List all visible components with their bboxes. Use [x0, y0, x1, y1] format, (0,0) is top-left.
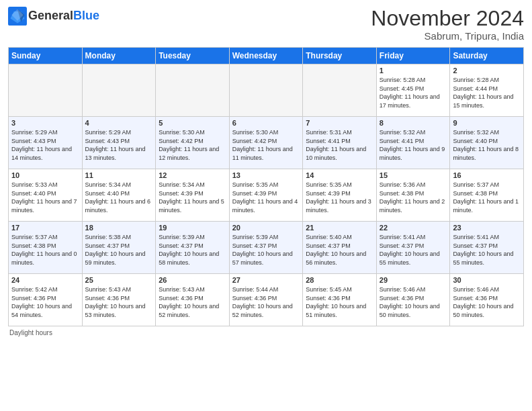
- calendar-cell: 18Sunrise: 5:38 AM Sunset: 4:37 PM Dayli…: [82, 222, 156, 274]
- day-number: 20: [232, 224, 300, 232]
- day-number: 15: [380, 171, 447, 179]
- day-number: 4: [85, 119, 153, 127]
- day-info: Sunrise: 5:37 AM Sunset: 4:38 PM Dayligh…: [453, 181, 521, 214]
- day-number: 12: [159, 171, 226, 179]
- day-number: 3: [11, 119, 79, 127]
- col-monday: Monday: [82, 48, 156, 64]
- calendar-cell: 8Sunrise: 5:32 AM Sunset: 4:41 PM Daylig…: [376, 117, 450, 169]
- day-info: Sunrise: 5:35 AM Sunset: 4:39 PM Dayligh…: [232, 181, 300, 214]
- day-info: Sunrise: 5:41 AM Sunset: 4:37 PM Dayligh…: [453, 233, 521, 267]
- week-row-4: 17Sunrise: 5:37 AM Sunset: 4:38 PM Dayli…: [9, 222, 524, 274]
- calendar-cell: 27Sunrise: 5:44 AM Sunset: 4:36 PM Dayli…: [229, 274, 303, 326]
- day-number: 22: [380, 224, 447, 232]
- day-info: Sunrise: 5:46 AM Sunset: 4:36 PM Dayligh…: [380, 285, 447, 319]
- calendar-cell: 24Sunrise: 5:42 AM Sunset: 4:36 PM Dayli…: [9, 274, 83, 326]
- calendar-cell: 10Sunrise: 5:33 AM Sunset: 4:40 PM Dayli…: [9, 169, 83, 222]
- day-info: Sunrise: 5:39 AM Sunset: 4:37 PM Dayligh…: [232, 233, 300, 267]
- day-info: Sunrise: 5:36 AM Sunset: 4:38 PM Dayligh…: [380, 181, 447, 214]
- calendar-cell: 13Sunrise: 5:35 AM Sunset: 4:39 PM Dayli…: [229, 169, 303, 222]
- calendar-table: SundayMondayTuesdayWednesdayThursdayFrid…: [8, 47, 524, 326]
- month-title: November 2024: [371, 7, 524, 30]
- day-number: 27: [232, 276, 300, 284]
- calendar-cell: 25Sunrise: 5:43 AM Sunset: 4:36 PM Dayli…: [82, 274, 156, 326]
- day-number: 5: [159, 119, 226, 127]
- day-info: Sunrise: 5:37 AM Sunset: 4:38 PM Dayligh…: [11, 233, 79, 267]
- day-number: 7: [306, 119, 373, 127]
- day-number: 6: [232, 119, 300, 127]
- day-info: Sunrise: 5:34 AM Sunset: 4:40 PM Dayligh…: [85, 181, 153, 214]
- day-number: 24: [11, 276, 79, 284]
- logo-text: General Blue: [28, 9, 99, 24]
- day-number: 10: [11, 171, 79, 179]
- calendar-cell: [82, 64, 156, 117]
- calendar-cell: 2Sunrise: 5:28 AM Sunset: 4:44 PM Daylig…: [450, 64, 524, 117]
- header: General Blue November 2024 Sabrum, Tripu…: [8, 7, 524, 42]
- calendar-cell: 3Sunrise: 5:29 AM Sunset: 4:43 PM Daylig…: [9, 117, 83, 169]
- calendar-cell: [9, 64, 83, 117]
- calendar-cell: 30Sunrise: 5:46 AM Sunset: 4:36 PM Dayli…: [450, 274, 524, 326]
- calendar-cell: 29Sunrise: 5:46 AM Sunset: 4:36 PM Dayli…: [376, 274, 450, 326]
- day-info: Sunrise: 5:28 AM Sunset: 4:45 PM Dayligh…: [380, 76, 447, 109]
- calendar-cell: 12Sunrise: 5:34 AM Sunset: 4:39 PM Dayli…: [156, 169, 230, 222]
- calendar-cell: 5Sunrise: 5:30 AM Sunset: 4:42 PM Daylig…: [156, 117, 230, 169]
- calendar-cell: 11Sunrise: 5:34 AM Sunset: 4:40 PM Dayli…: [82, 169, 156, 222]
- calendar-cell: 26Sunrise: 5:43 AM Sunset: 4:36 PM Dayli…: [156, 274, 230, 326]
- calendar-cell: 6Sunrise: 5:30 AM Sunset: 4:42 PM Daylig…: [229, 117, 303, 169]
- calendar-cell: 14Sunrise: 5:35 AM Sunset: 4:39 PM Dayli…: [303, 169, 377, 222]
- day-number: 11: [85, 171, 153, 179]
- day-info: Sunrise: 5:39 AM Sunset: 4:37 PM Dayligh…: [159, 233, 226, 267]
- calendar-cell: 1Sunrise: 5:28 AM Sunset: 4:45 PM Daylig…: [376, 64, 450, 117]
- day-number: 1: [380, 66, 447, 75]
- day-number: 28: [306, 276, 373, 284]
- day-info: Sunrise: 5:46 AM Sunset: 4:36 PM Dayligh…: [453, 285, 521, 319]
- day-info: Sunrise: 5:38 AM Sunset: 4:37 PM Dayligh…: [85, 233, 153, 267]
- logo-general: General: [28, 9, 73, 24]
- calendar-cell: 22Sunrise: 5:41 AM Sunset: 4:37 PM Dayli…: [376, 222, 450, 274]
- calendar-cell: [303, 64, 377, 117]
- day-info: Sunrise: 5:32 AM Sunset: 4:40 PM Dayligh…: [453, 128, 521, 162]
- day-info: Sunrise: 5:41 AM Sunset: 4:37 PM Dayligh…: [380, 233, 447, 267]
- logo: General Blue: [8, 7, 99, 26]
- week-row-1: 1Sunrise: 5:28 AM Sunset: 4:45 PM Daylig…: [9, 64, 524, 117]
- day-number: 9: [453, 119, 521, 127]
- day-number: 2: [453, 66, 521, 75]
- page-container: General Blue November 2024 Sabrum, Tripu…: [0, 0, 532, 342]
- day-number: 21: [306, 224, 373, 232]
- calendar-cell: 17Sunrise: 5:37 AM Sunset: 4:38 PM Dayli…: [9, 222, 83, 274]
- day-info: Sunrise: 5:28 AM Sunset: 4:44 PM Dayligh…: [453, 76, 521, 109]
- day-info: Sunrise: 5:43 AM Sunset: 4:36 PM Dayligh…: [159, 285, 226, 319]
- calendar-cell: [229, 64, 303, 117]
- calendar-cell: 15Sunrise: 5:36 AM Sunset: 4:38 PM Dayli…: [376, 169, 450, 222]
- col-friday: Friday: [376, 48, 450, 64]
- day-number: 18: [85, 224, 153, 232]
- header-row: SundayMondayTuesdayWednesdayThursdayFrid…: [9, 48, 524, 64]
- day-info: Sunrise: 5:34 AM Sunset: 4:39 PM Dayligh…: [159, 181, 226, 214]
- day-number: 13: [232, 171, 300, 179]
- day-info: Sunrise: 5:43 AM Sunset: 4:36 PM Dayligh…: [85, 285, 153, 319]
- day-info: Sunrise: 5:44 AM Sunset: 4:36 PM Dayligh…: [232, 285, 300, 319]
- day-number: 14: [306, 171, 373, 179]
- col-thursday: Thursday: [303, 48, 377, 64]
- day-info: Sunrise: 5:31 AM Sunset: 4:41 PM Dayligh…: [306, 128, 373, 162]
- col-wednesday: Wednesday: [229, 48, 303, 64]
- col-sunday: Sunday: [9, 48, 83, 64]
- day-info: Sunrise: 5:33 AM Sunset: 4:40 PM Dayligh…: [11, 181, 79, 214]
- calendar-cell: 4Sunrise: 5:29 AM Sunset: 4:43 PM Daylig…: [82, 117, 156, 169]
- day-info: Sunrise: 5:45 AM Sunset: 4:36 PM Dayligh…: [306, 285, 373, 319]
- footer-note: Daylight hours: [8, 329, 524, 336]
- day-number: 25: [85, 276, 153, 284]
- calendar-cell: 9Sunrise: 5:32 AM Sunset: 4:40 PM Daylig…: [450, 117, 524, 169]
- calendar-cell: 28Sunrise: 5:45 AM Sunset: 4:36 PM Dayli…: [303, 274, 377, 326]
- logo-blue: Blue: [73, 9, 99, 24]
- day-number: 16: [453, 171, 521, 179]
- day-info: Sunrise: 5:29 AM Sunset: 4:43 PM Dayligh…: [85, 128, 153, 162]
- day-number: 30: [453, 276, 521, 284]
- day-number: 19: [159, 224, 226, 232]
- day-info: Sunrise: 5:29 AM Sunset: 4:43 PM Dayligh…: [11, 128, 79, 162]
- day-number: 17: [11, 224, 79, 232]
- col-tuesday: Tuesday: [156, 48, 230, 64]
- calendar-cell: 7Sunrise: 5:31 AM Sunset: 4:41 PM Daylig…: [303, 117, 377, 169]
- day-info: Sunrise: 5:30 AM Sunset: 4:42 PM Dayligh…: [232, 128, 300, 162]
- calendar-cell: 23Sunrise: 5:41 AM Sunset: 4:37 PM Dayli…: [450, 222, 524, 274]
- week-row-5: 24Sunrise: 5:42 AM Sunset: 4:36 PM Dayli…: [9, 274, 524, 326]
